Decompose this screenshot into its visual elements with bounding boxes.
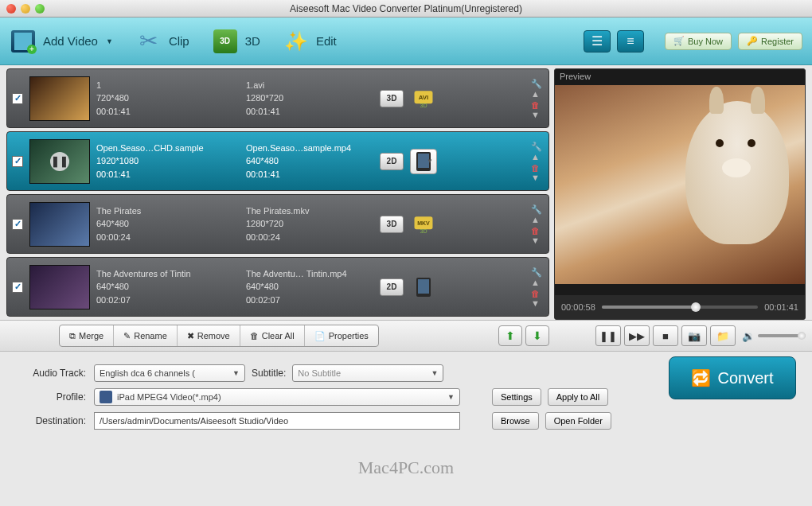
sort-up-icon[interactable]: ▲ [531, 91, 542, 98]
trash-icon[interactable]: 🗑 [531, 226, 542, 235]
arrow-down-icon: ⬇ [533, 329, 542, 342]
settings-button[interactable]: Settings [492, 388, 541, 406]
move-down-button[interactable]: ⬇ [525, 325, 549, 346]
volume-icon: 🔉 [742, 330, 755, 342]
snapshot-button[interactable]: 📷 [681, 325, 707, 346]
time-total: 00:01:41 [764, 302, 798, 312]
open-folder-button[interactable]: 📁 [710, 325, 736, 346]
buy-now-button[interactable]: 🛒 Buy Now [665, 33, 732, 50]
svg-text:3D: 3D [420, 228, 427, 234]
properties-button[interactable]: 📄Properties [305, 325, 378, 346]
audio-track-value: English dca 6 channels ( [100, 368, 195, 378]
rename-button[interactable]: ✎Rename [114, 325, 178, 346]
add-video-label: Add Video [43, 34, 98, 48]
output-name: The Adventu… Tintin.mp4 [246, 267, 373, 281]
row-actions: 🔧▲🗑▼ [531, 267, 542, 306]
wrench-icon[interactable]: 🔧 [531, 142, 542, 152]
row-actions: 🔧▲🗑▼ [531, 204, 542, 243]
add-video-button[interactable]: Add Video ▼ [10, 28, 113, 55]
pause-button[interactable]: ❚❚ [595, 325, 621, 346]
camera-icon: 📷 [688, 330, 701, 342]
destination-input[interactable]: /Users/admin/Documents/Aiseesoft Studio/… [94, 412, 460, 430]
wrench-icon[interactable]: 🔧 [531, 79, 542, 89]
buy-now-label: Buy Now [688, 37, 723, 46]
thumbnail[interactable] [29, 202, 90, 247]
edit-button[interactable]: ✨ Edit [283, 28, 337, 55]
convert-button[interactable]: 🔁 Convert [669, 356, 796, 399]
subtitle-label: Subtitle: [252, 368, 286, 379]
film-icon [11, 30, 35, 53]
sort-down-icon[interactable]: ▼ [531, 301, 542, 307]
thumbnail[interactable]: ❚❚ [29, 139, 90, 184]
trash-icon[interactable]: 🗑 [531, 289, 542, 298]
checkbox[interactable]: ✓ [12, 156, 23, 167]
subtitle-select[interactable]: No Subtitle▼ [292, 364, 443, 382]
checkbox[interactable]: ✓ [12, 219, 23, 230]
volume-slider[interactable] [758, 334, 806, 337]
list-item[interactable]: ✓The Pirates640*48000:00:24The Pirates.m… [6, 194, 549, 254]
clear-all-button[interactable]: 🗑Clear All [240, 325, 305, 346]
thumbnail[interactable] [29, 265, 90, 309]
sort-down-icon[interactable]: ▼ [531, 238, 542, 244]
preview-timebar: 00:00:58 00:01:41 [555, 295, 805, 319]
merge-icon: ⧉ [69, 331, 76, 341]
dimension-badge[interactable]: 2D [380, 278, 404, 296]
merge-button[interactable]: ⧉Merge [60, 325, 114, 346]
list-item[interactable]: ✓1720*48000:01:411.avi1280*72000:01:413D… [6, 68, 549, 128]
preview-label: Preview [560, 72, 591, 81]
list-item[interactable]: ✓The Adventures of Tintin640*48000:02:07… [6, 257, 549, 317]
output-info: The Adventu… Tintin.mp4640*48000:02:07 [246, 267, 373, 307]
browse-button[interactable]: Browse [492, 412, 539, 430]
checkbox[interactable]: ✓ [12, 93, 23, 104]
threeD-button[interactable]: 3D 3D [212, 28, 260, 55]
scissors-icon: ✂ [135, 28, 162, 55]
source-resolution: 720*480 [96, 91, 240, 105]
view-list-button[interactable]: ☰ [584, 30, 611, 53]
profile-select[interactable]: iPad MPEG4 Video(*.mp4)▼ [94, 388, 460, 406]
audio-track-select[interactable]: English dca 6 channels (▼ [94, 364, 245, 382]
source-duration: 00:01:41 [96, 168, 240, 181]
move-up-button[interactable]: ⬆ [498, 325, 522, 346]
list-item[interactable]: ✓❚❚Open.Seaso…CHD.sample1920*108000:01:4… [6, 131, 549, 191]
source-duration: 00:00:24 [96, 231, 240, 244]
source-info: 1720*48000:01:41 [96, 79, 240, 119]
edit-label: Edit [316, 34, 337, 48]
remove-button[interactable]: ✖Remove [178, 325, 240, 346]
source-resolution: 640*480 [96, 280, 240, 294]
wrench-icon[interactable]: 🔧 [531, 267, 542, 278]
apply-to-all-button[interactable]: Apply to All [548, 388, 608, 406]
seek-slider[interactable] [602, 306, 758, 309]
list-icon: ☰ [591, 33, 603, 49]
source-title: The Adventures of Tintin [96, 267, 240, 281]
open-folder-button[interactable]: Open Folder [545, 412, 611, 430]
svg-rect-9 [418, 279, 429, 294]
next-icon: ▶▶ [629, 330, 645, 342]
dimension-badge[interactable]: 3D [380, 90, 404, 107]
output-duration: 00:02:07 [246, 294, 373, 307]
sort-up-icon[interactable]: ▲ [531, 217, 542, 224]
sort-down-icon[interactable]: ▼ [531, 112, 542, 119]
wrench-icon[interactable]: 🔧 [531, 204, 542, 215]
settings-panel: Audio Track: English dca 6 channels (▼ S… [0, 352, 812, 438]
clip-button[interactable]: ✂ Clip [135, 28, 189, 55]
key-icon: 🔑 [747, 36, 758, 46]
dimension-badge[interactable]: 2D [380, 153, 404, 170]
source-title: Open.Seaso…CHD.sample [96, 142, 240, 155]
register-button[interactable]: 🔑 Register [738, 33, 802, 50]
next-button[interactable]: ▶▶ [624, 325, 650, 346]
sort-up-icon[interactable]: ▲ [531, 154, 542, 161]
sort-up-icon[interactable]: ▲ [531, 280, 542, 286]
output-info: Open.Seaso…sample.mp4640*48000:01:41 [246, 142, 373, 181]
sort-down-icon[interactable]: ▼ [531, 175, 542, 181]
checkbox[interactable]: ✓ [12, 282, 23, 293]
stop-button[interactable]: ■ [653, 325, 678, 346]
view-grid-button[interactable]: ≡ [617, 30, 644, 53]
format-select[interactable]: ▼ [410, 149, 437, 174]
thumbnail[interactable] [29, 76, 90, 121]
chevron-down-icon: ▼ [232, 369, 240, 377]
output-info: 1.avi1280*72000:01:41 [246, 79, 373, 119]
trash-icon[interactable]: 🗑 [531, 163, 542, 173]
trash-icon[interactable]: 🗑 [531, 100, 542, 110]
dimension-badge[interactable]: 3D [380, 216, 404, 233]
clip-label: Clip [169, 34, 189, 48]
